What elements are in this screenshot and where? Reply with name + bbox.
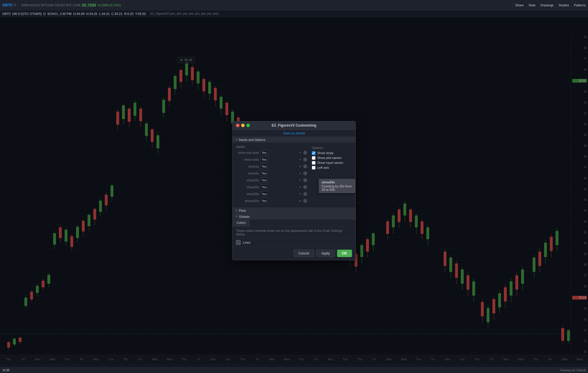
checkbox-show-plot-names: Show plot names: [312, 156, 352, 160]
dialog-footer: Cancel Apply OK: [233, 246, 355, 260]
input-label-show50s: show50s: [236, 192, 259, 196]
input-row-show25s: show25s YesNo i: [236, 184, 307, 190]
inputs-grid: Inputs: show sub subs YesNo i show subs …: [233, 143, 355, 207]
input-select-show1s[interactable]: YesNo: [260, 164, 268, 169]
input-select-show25s[interactable]: YesNo: [260, 184, 268, 190]
top-toolbar: GBTC D GRAYSCALE BITCOIN TRUST BTC.COM 3…: [0, 0, 588, 10]
chart-info-bar: GBTC 180 D [OTC OTHER] D 9/24/21, 2:30 P…: [0, 10, 588, 17]
style-button[interactable]: Style: [526, 0, 538, 10]
input-select-show-subs[interactable]: YesNo: [260, 157, 268, 162]
cancel-button[interactable]: Cancel: [294, 250, 314, 257]
save-as-default-link[interactable]: Save as default: [233, 130, 355, 137]
toolbar-right: Share Style Drawings Studies Patterns: [513, 0, 588, 10]
info-icon-show1s[interactable]: i: [303, 164, 307, 168]
input-select-show1s-wrapper: YesNo: [260, 164, 302, 169]
options-label: Options:: [312, 146, 352, 149]
inputs-column: Inputs: show sub subs YesNo i show subs …: [236, 145, 307, 205]
input-select-show25s-wrapper: YesNo: [260, 184, 302, 190]
info-icon-show100s[interactable]: i: [303, 199, 307, 203]
lines-color-swatch[interactable]: [236, 240, 241, 245]
globals-section: ▼ Globals: [233, 213, 355, 219]
globals-section-label: Globals: [239, 215, 249, 218]
ticker-symbol: GBTC: [2, 3, 13, 7]
tooltip-title: show25s: [322, 180, 353, 184]
colors-tab[interactable]: Colors: [233, 219, 250, 226]
chart-symbol-info: GBTC 180 D [OTC OTHER] D 9/24/21, 2:30 P…: [2, 12, 146, 15]
lines-label: Lines: [243, 241, 250, 244]
info-icon-show-sub-subs[interactable]: i: [303, 151, 307, 155]
input-row-show50s: show50s YesNo i: [236, 191, 307, 197]
colors-description: These colors override those set on the A…: [233, 227, 355, 238]
input-row-show-sub-subs: show sub subs YesNo i: [236, 150, 307, 155]
window-close-button[interactable]: [236, 124, 239, 127]
dialog-title: EZ_FiguresV2 Customizing: [272, 123, 316, 127]
drawings-button[interactable]: Drawings: [538, 0, 556, 10]
info-icon-show5s[interactable]: i: [303, 171, 307, 175]
section-arrow-icon: ▼: [235, 138, 238, 141]
modal-overlay: EZ_FiguresV2 Customizing Save as default…: [0, 17, 588, 364]
status-time: 14:30: [2, 369, 9, 372]
ez-figures-label: EZ_FiguresV2 (yes, yes, yes, yes, yes, y…: [150, 12, 218, 15]
input-select-show50s[interactable]: YesNo: [260, 191, 268, 197]
window-minimize-button[interactable]: [241, 124, 245, 127]
ticker-section[interactable]: GBTC D: [0, 0, 19, 10]
input-select-show-sub-subs-wrapper: YesNo: [260, 150, 302, 155]
status-bar: 14:30 Drawing set: Default: [0, 367, 588, 373]
input-label-show-subs: show subs: [236, 158, 259, 161]
input-row-show10s: show10s YesNo i: [236, 178, 307, 183]
exchange-section: GRAYSCALE BITCOIN TRUST BTC.COM 35.7200 …: [19, 0, 123, 10]
input-select-show100s[interactable]: YesNo: [260, 198, 268, 203]
checkbox-show-plot-names-input[interactable]: [312, 156, 316, 160]
lines-row: Lines: [233, 238, 355, 246]
checkbox-show-study-label: Show study: [317, 151, 334, 155]
color-tabs: Colors: [233, 219, 355, 227]
inputs-section-label: Inputs and Options: [239, 138, 265, 141]
info-icon-show-subs[interactable]: i: [303, 158, 307, 162]
checkbox-left-axis-input[interactable]: [312, 166, 316, 170]
input-label-show25s: show25s: [236, 185, 259, 189]
checkbox-show-input-names-input[interactable]: [312, 161, 316, 165]
info-icon-show50s[interactable]: i: [303, 192, 307, 196]
info-icon-show25s[interactable]: i: [303, 185, 307, 189]
exchange-name: GRAYSCALE BITCOIN TRUST BTC.COM: [21, 3, 80, 7]
window-maximize-button[interactable]: [246, 124, 250, 127]
input-select-show10s[interactable]: YesNo: [260, 178, 268, 183]
globals-section-arrow-icon: ▼: [235, 215, 238, 218]
checkbox-show-input-names-label: Show input names: [317, 161, 343, 164]
input-label-show-sub-subs: show sub subs: [236, 151, 259, 154]
info-icon-show10s[interactable]: i: [303, 178, 307, 182]
ok-button[interactable]: OK: [337, 250, 352, 257]
ticker-change: +0.2800 (0.79%): [97, 3, 121, 7]
tooltip-text: Counting by 25s from 25 to 500.: [322, 184, 353, 191]
dialog-titlebar: EZ_FiguresV2 Customizing: [233, 121, 355, 130]
plots-section-arrow-icon: ▼: [235, 209, 238, 212]
inputs-section-header[interactable]: ▼ Inputs and Options: [233, 137, 355, 143]
plots-section: ▼ Plots: [233, 207, 355, 213]
input-select-show-subs-wrapper: YesNo: [260, 157, 302, 162]
input-label-show1s: show1s: [236, 165, 259, 168]
checkbox-left-axis-label: Left axis: [317, 166, 329, 169]
ticker-price: 35.7200: [82, 3, 96, 7]
input-select-show-sub-subs[interactable]: YesNo: [260, 150, 268, 155]
input-select-show50s-wrapper: YesNo: [260, 191, 302, 197]
checkbox-show-study-input[interactable]: [312, 151, 316, 155]
input-select-show100s-wrapper: YesNo: [260, 198, 302, 203]
apply-button[interactable]: Apply: [316, 250, 335, 257]
options-column: Options: Show study Show plot names Show…: [312, 145, 352, 205]
plots-section-header[interactable]: ▼ Plots: [233, 208, 355, 213]
inputs-label: Inputs:: [236, 145, 307, 148]
studies-button[interactable]: Studies: [556, 0, 571, 10]
input-row-show-subs: show subs YesNo i: [236, 157, 307, 162]
drawing-set-label: Drawing set: Default: [560, 369, 586, 372]
patterns-button[interactable]: Patterns: [571, 0, 588, 10]
input-row-show100s: show100s YesNo i: [236, 198, 307, 203]
input-row-show1s: show1s YesNo i: [236, 164, 307, 169]
input-label-show5s: show5s: [236, 172, 259, 175]
plots-section-label: Plots: [239, 209, 246, 212]
checkbox-show-study: Show study: [312, 151, 352, 155]
input-row-show5s: show5s YesNo i: [236, 171, 307, 176]
ticker-type: D: [14, 3, 16, 7]
share-button[interactable]: Share: [513, 0, 526, 10]
globals-section-header[interactable]: ▼ Globals: [233, 214, 355, 219]
input-select-show5s[interactable]: YesNo: [260, 171, 268, 176]
